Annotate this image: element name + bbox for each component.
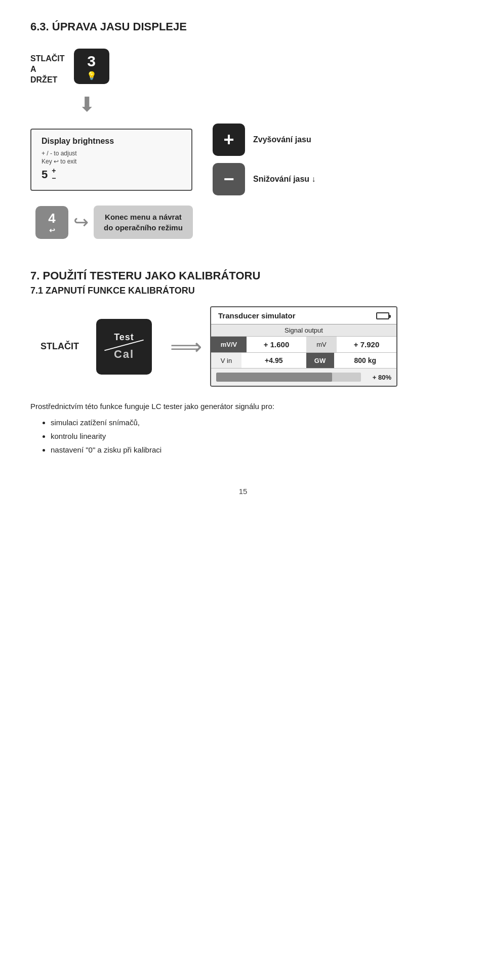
td-value-gw: 800 kg: [334, 353, 397, 368]
td-progress-bar: [216, 373, 361, 382]
td-header-title: Transducer simulator: [218, 311, 296, 320]
brightness-display-box: Display brightness + / - to adjust Key ↩…: [30, 129, 192, 191]
minus-button: −: [213, 163, 245, 195]
curved-arrow-icon: ↪: [73, 212, 89, 233]
display-controls-row: Display brightness + / - to adjust Key ↩…: [30, 124, 316, 195]
td-label-mvv: mV/V: [211, 337, 247, 352]
td-label-mv: mV: [306, 337, 337, 352]
bullet-list: simulaci zatížení snímačů,kontrolu linea…: [51, 416, 456, 457]
plus-button: +: [213, 124, 245, 156]
right-controls: + Zvyšování jasu − Snižování jasu ↓: [213, 124, 316, 195]
decrease-label: Snižování jasu ↓: [253, 175, 316, 184]
display-sub1: + / - to adjust: [42, 150, 181, 157]
stlacit-label: STLAČIT: [40, 341, 81, 352]
list-item: kontrolu linearity: [51, 429, 456, 443]
section-71-heading: 7.1 ZAPNUTÍ FUNKCE KALIBRÁTORU: [30, 285, 456, 296]
td-label-gw: GW: [306, 353, 334, 368]
page-number: 15: [30, 487, 456, 496]
increase-item: + Zvyšování jasu: [213, 124, 311, 156]
td-label-vin: V in: [211, 353, 241, 368]
td-value-vin: +4.95: [241, 353, 306, 368]
list-item: simulaci zatížení snímačů,: [51, 416, 456, 429]
td-progress-fill: [216, 373, 332, 382]
td-header: Transducer simulator: [211, 307, 396, 324]
decrease-item: − Snižování jasu ↓: [213, 163, 316, 195]
td-progress-row: + 80%: [211, 369, 396, 386]
section-7-heading: 7. POUŽITÍ TESTERU JAKO KALIBRÁTORU: [30, 269, 456, 282]
display-value-row: 5 + −: [42, 167, 181, 183]
return-icon: ↩: [49, 226, 55, 234]
increase-label: Zvyšování jasu: [253, 135, 311, 144]
brightness-icon: 💡: [87, 71, 97, 80]
td-value-mv: + 7.920: [337, 337, 396, 352]
td-subheader: Signal output: [211, 324, 396, 337]
display-sub2: Key ↩ to exit: [42, 158, 181, 165]
press-hold-row: STLAČIT A DRŽET 3 💡: [30, 49, 109, 85]
arrow-down-icon: ⬇: [78, 93, 96, 116]
arrow-right-icon: ⟹: [170, 334, 202, 359]
menu-return-box: Konec menu a návrat do operačního režimu: [94, 206, 193, 239]
cal-label: Cal: [114, 348, 134, 361]
test-cal-button: Test Cal: [96, 319, 152, 375]
plus-minus-indicator: + −: [52, 167, 56, 183]
td-row1: mV/V + 1.600 mV + 7.920: [211, 337, 396, 353]
display-title: Display brightness: [42, 137, 181, 146]
press-hold-label: STLAČIT A DRŽET: [30, 54, 65, 85]
key-3-button: 3 💡: [74, 49, 109, 84]
section-63-diagram: 6.3. ÚPRAVA JASU DISPLEJE STLAČIT A DRŽE…: [30, 20, 456, 239]
display-value: 5: [42, 168, 48, 181]
key4-row: 4 ↩ ↪ Konec menu a návrat do operačního …: [35, 206, 193, 239]
transducer-display: Transducer simulator Signal output mV/V …: [210, 306, 397, 387]
description-text: Prostřednictvím této funkce funguje LC t…: [30, 402, 456, 411]
section-63-heading: 6.3. ÚPRAVA JASU DISPLEJE: [30, 20, 187, 33]
td-row2: V in +4.95 GW 800 kg: [211, 353, 396, 369]
calibrator-row: STLAČIT Test Cal ⟹ Transducer simulator …: [40, 306, 456, 387]
td-value-mvv: + 1.600: [247, 337, 306, 352]
key-4-button: 4 ↩: [35, 206, 68, 239]
td-progress-label: + 80%: [366, 374, 391, 381]
battery-icon: [376, 312, 389, 319]
test-label: Test: [114, 332, 134, 343]
list-item: nastavení "0" a zisku při kalibraci: [51, 443, 456, 457]
